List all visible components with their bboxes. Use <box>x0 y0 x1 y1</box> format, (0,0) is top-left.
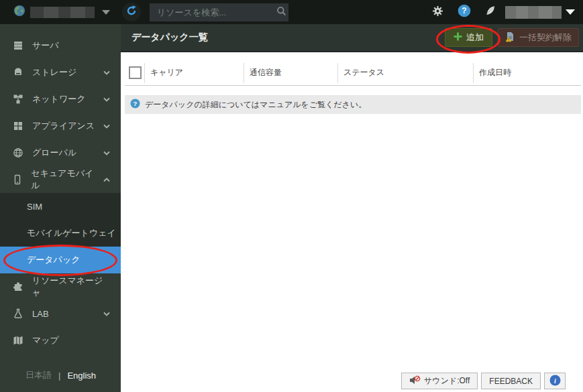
sidebar-item-storage[interactable]: ストレージ <box>0 59 121 86</box>
sidebar-item-label: LAB <box>32 309 49 319</box>
flask-icon <box>12 308 24 319</box>
info-circle-icon: i <box>549 375 561 388</box>
language-japanese[interactable]: 日本語 <box>25 369 52 381</box>
zone-name-redacted <box>30 7 95 18</box>
search-icon <box>276 6 286 19</box>
map-icon <box>12 335 24 346</box>
table-header-row: キャリア 通信容量 ステータス 作成日時 <box>125 60 581 86</box>
chevron-up-icon <box>103 178 110 182</box>
globe-icon <box>12 147 24 158</box>
chevron-down-icon <box>103 70 110 75</box>
sidebar-item-server[interactable]: サーバ <box>0 32 121 59</box>
sidebar-subitem-datapack[interactable]: データパック <box>0 247 121 273</box>
info-banner-text: データパックの詳細についてはマニュアルをご覧ください。 <box>145 99 366 111</box>
sidebar-item-label: マップ <box>32 334 59 346</box>
chevron-down-icon <box>103 312 110 316</box>
help-button[interactable]: ? <box>458 4 471 20</box>
add-button[interactable]: 追加 <box>445 28 492 47</box>
batch-cancel-label: 一括契約解除 <box>519 31 572 44</box>
chevron-down-icon <box>102 10 110 15</box>
sidebar-item-lab[interactable]: LAB <box>0 300 121 327</box>
sidebar: サーバ ストレージ ネットワーク <box>0 24 121 392</box>
sidebar-item-appliance[interactable]: アプライアンス <box>0 113 121 139</box>
feedback-button[interactable]: FEEDBACK <box>481 373 541 389</box>
column-label: キャリア <box>150 67 183 78</box>
zone-selector[interactable] <box>0 5 110 19</box>
account-name-redacted <box>505 6 562 19</box>
plus-icon <box>454 32 462 43</box>
top-bar: ? <box>0 0 583 24</box>
chevron-down-icon <box>566 9 575 15</box>
batch-cancel-button[interactable]: 一括契約解除 <box>498 28 579 47</box>
appliance-icon <box>12 121 24 131</box>
speaker-muted-icon <box>409 375 421 387</box>
sidebar-item-label: セキュアモバイル <box>31 168 95 192</box>
sidebar-item-label: ネットワーク <box>32 93 86 105</box>
sidebar-subitem-label: データパック <box>27 254 81 266</box>
sidebar-item-label: グローバル <box>32 147 76 159</box>
sidebar-subitem-label: モバイルゲートウェイ <box>27 227 116 239</box>
sidebar-item-resource-manager[interactable]: リソースマネージャ <box>0 273 121 300</box>
language-english[interactable]: English <box>67 371 96 381</box>
select-all-checkbox[interactable] <box>129 66 142 79</box>
puzzle-icon <box>12 281 24 292</box>
sidebar-item-secure-mobile[interactable]: セキュアモバイル <box>0 166 121 193</box>
column-label: ステータス <box>343 67 384 78</box>
language-separator: | <box>58 371 60 381</box>
sound-toggle-label: サウンド:Off <box>424 375 470 387</box>
account-menu[interactable] <box>505 6 575 19</box>
column-label: 通信容量 <box>250 67 282 78</box>
news-button[interactable] <box>485 5 496 19</box>
feather-icon <box>485 5 496 19</box>
refresh-button[interactable] <box>122 3 141 21</box>
feedback-label: FEEDBACK <box>489 377 533 386</box>
sidebar-nav: サーバ ストレージ ネットワーク <box>0 24 121 354</box>
globe-icon <box>13 5 25 19</box>
page-header: データパック一覧 追加 一括契約解除 <box>121 24 583 52</box>
svg-text:i: i <box>554 377 556 384</box>
info-button[interactable]: i <box>544 373 566 389</box>
info-banner: ? データパックの詳細についてはマニュアルをご覧ください。 <box>125 95 581 114</box>
page-title: データパック一覧 <box>131 31 208 44</box>
network-icon <box>12 94 24 105</box>
sidebar-subitem-label: SIM <box>27 202 42 212</box>
sidebar-subitem-mobile-gateway[interactable]: モバイルゲートウェイ <box>0 220 121 247</box>
sim-card-warning-icon <box>505 31 515 44</box>
question-circle-icon: ? <box>458 4 471 20</box>
chevron-down-icon <box>103 124 110 129</box>
table-header-status: ステータス <box>337 63 473 83</box>
main-content: データパック一覧 追加 一括契約解除 <box>121 24 583 392</box>
sidebar-item-label: アプライアンス <box>32 120 95 132</box>
column-label: 作成日時 <box>479 67 511 78</box>
question-circle-icon: ? <box>130 99 140 111</box>
sidebar-item-global[interactable]: グローバル <box>0 139 121 166</box>
mobile-phone-icon <box>12 174 23 185</box>
settings-button[interactable] <box>432 5 443 19</box>
server-icon <box>12 40 24 51</box>
secure-mobile-submenu: SIM モバイルゲートウェイ データパック <box>0 193 121 273</box>
sidebar-subitem-sim[interactable]: SIM <box>0 193 121 220</box>
search-input[interactable] <box>156 7 276 18</box>
app-window: ? サーバ <box>0 0 583 392</box>
chevron-down-icon <box>103 151 110 155</box>
sidebar-item-network[interactable]: ネットワーク <box>0 86 121 113</box>
svg-text:?: ? <box>134 100 138 107</box>
table-header-created: 作成日時 <box>473 63 581 83</box>
sidebar-item-label: サーバ <box>32 40 59 52</box>
sidebar-item-map[interactable]: マップ <box>0 327 121 354</box>
sound-toggle-button[interactable]: サウンド:Off <box>401 373 478 389</box>
table-header-carrier: キャリア <box>144 63 244 83</box>
gear-icon <box>432 5 443 19</box>
storage-icon <box>12 67 24 78</box>
footer-actions: サウンド:Off FEEDBACK i <box>401 373 566 389</box>
svg-text:?: ? <box>462 6 466 15</box>
header-actions: 追加 一括契約解除 <box>445 28 579 47</box>
top-bar-right: ? <box>418 4 583 20</box>
add-button-label: 追加 <box>466 31 484 44</box>
sidebar-item-label: ストレージ <box>32 66 76 78</box>
chevron-down-icon <box>103 97 110 102</box>
table-header-checkbox-cell <box>125 63 144 83</box>
language-switcher: 日本語 | English <box>0 367 121 383</box>
refresh-icon <box>125 5 138 19</box>
table-header-capacity: 通信容量 <box>244 63 337 83</box>
